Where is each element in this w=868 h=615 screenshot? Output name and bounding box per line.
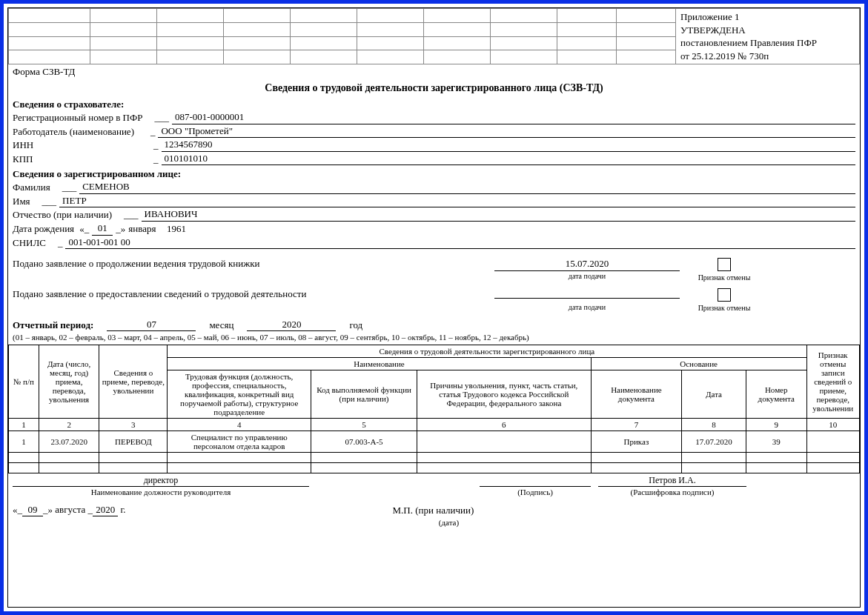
footer-date-mid: _» августа _	[43, 504, 93, 515]
statement-2-text: Подано заявление о предоставлении сведен…	[13, 288, 487, 301]
kpp-value: 010101010	[162, 152, 856, 166]
name-value: ПЕТР	[59, 194, 855, 208]
statement-1-cancel-caption: Признак отмены	[687, 273, 761, 282]
dob-month: января	[128, 222, 156, 236]
footer-date-suffix: г.	[118, 504, 125, 515]
colnum-1: 1	[9, 419, 39, 431]
statement-1-cancel-col: Признак отмены	[687, 258, 761, 282]
name-label: Имя	[13, 195, 30, 208]
surname-value: СЕМЕНОВ	[79, 180, 855, 194]
period-year: 2020	[247, 319, 336, 331]
patronymic-value: ИВАНОВИЧ	[142, 207, 855, 222]
snils-label: СНИЛС	[13, 236, 46, 250]
insurer-header: Сведения о страхователе:	[13, 99, 855, 110]
inn-value: 1234567890	[162, 138, 856, 152]
colnum-10: 10	[806, 419, 860, 431]
mp-label: М.П. (при наличии)	[393, 505, 474, 516]
appendix-line4: от 25.12.2019 № 730п	[680, 50, 769, 62]
col-header-naming: Наименование	[168, 358, 591, 370]
period-year-label: год	[349, 319, 362, 331]
statement-2-cancel-col: Признак отмены	[687, 288, 761, 313]
name-line: Имя ___ ПЕТР	[13, 194, 855, 208]
person-header: Сведения о зарегистрированном лице:	[13, 168, 855, 180]
kpp-prefix: _	[153, 153, 159, 166]
header-grid: Приложение 1 УТВЕРЖДЕНА постановлением П…	[8, 8, 860, 64]
row-docdate: 17.07.2020	[682, 431, 746, 453]
statement-1: Подано заявление о продолжении ведения т…	[8, 255, 860, 285]
appendix-line2: УТВЕРЖДЕНА	[680, 24, 746, 36]
statement-2: Подано заявление о предоставлении сведен…	[8, 285, 860, 316]
dob-day: 01	[92, 222, 113, 236]
col-header-cancel: Признак отмены записи сведений о приеме,…	[806, 345, 860, 419]
inn-prefix: _	[153, 139, 159, 152]
appendix-line3: постановлением Правления ПФР	[680, 37, 817, 48]
col-header-reason: Причины увольнения, пункт, часть статьи,…	[417, 370, 592, 419]
col-header-date: Дата (число, месяц, год) приема, перевод…	[39, 345, 99, 419]
col-header-info: Сведения о приеме, переводе, увольнении	[99, 345, 168, 419]
page-frame: Приложение 1 УТВЕРЖДЕНА постановлением П…	[0, 0, 868, 615]
surname-prefix: ___	[62, 181, 77, 194]
row-docnum: 39	[746, 431, 806, 453]
period-month: 07	[107, 319, 196, 331]
dob-label: Дата рождения	[13, 222, 74, 236]
snils-prefix: _	[58, 236, 63, 250]
reg-number-value: 087-001-0000001	[172, 110, 855, 124]
period-note: (01 – январь, 02 – февраль, 03 – март, 0…	[8, 333, 860, 345]
colnum-6: 6	[417, 419, 592, 431]
statement-1-date-col: 15.07.2020 дата подачи	[494, 258, 680, 281]
position-value: директор	[13, 475, 309, 487]
statement-2-date	[494, 288, 680, 299]
statement-2-date-col: дата подачи	[494, 288, 680, 312]
employer-prefix: _	[150, 125, 156, 139]
signer-name: Петров И.А.	[598, 475, 746, 487]
footer-date-day: 09	[22, 504, 43, 516]
employer-label: Работодатель (наименование)	[13, 125, 134, 139]
surname-line: Фамилия ___ СЕМЕНОВ	[13, 180, 855, 194]
footer-date-prefix: «_	[13, 504, 22, 515]
statement-2-cancel-caption: Признак отмены	[687, 303, 761, 313]
patronymic-label: Отчество (при наличии)	[13, 208, 112, 222]
colnum-2: 2	[39, 419, 99, 431]
row-cancel	[806, 431, 860, 453]
col-header-super: Сведения о трудовой деятельности зарегис…	[168, 345, 806, 358]
col-header-docname: Наименование документа	[591, 370, 681, 419]
snils-value: 001-001-001 00	[65, 236, 855, 250]
patronymic-prefix: ___	[124, 208, 139, 222]
form-code: Форма СЗВ-ТД	[8, 64, 860, 79]
col-header-code: Код выполняемой функции (при наличии)	[311, 370, 417, 419]
signature-caption: (Подпись)	[517, 488, 553, 496]
col-header-docnum: Номер документа	[746, 370, 806, 419]
reg-number-label: Регистрационный номер в ПФР	[13, 111, 143, 124]
statement-1-date-caption: дата подачи	[494, 271, 680, 281]
statement-1-text: Подано заявление о продолжении ведения т…	[13, 258, 487, 270]
statement-1-cancel-checkbox[interactable]	[718, 258, 731, 271]
row-date: 23.07.2020	[39, 431, 99, 453]
employer-line: Работодатель (наименование) _ ООО "Проме…	[13, 124, 855, 139]
footer-date-caption: (дата)	[8, 518, 860, 527]
appendix-line1: Приложение 1	[680, 11, 740, 22]
appendix-cell: Приложение 1 УТВЕРЖДЕНА постановлением П…	[676, 9, 860, 64]
colnum-3: 3	[99, 419, 168, 431]
footer-date-year: 2020	[93, 504, 118, 516]
page-inner: Приложение 1 УТВЕРЖДЕНА постановлением П…	[7, 7, 861, 608]
col-header-basis: Основание	[591, 358, 806, 370]
period-label: Отчетный период:	[13, 319, 93, 331]
statement-2-cancel-checkbox[interactable]	[718, 288, 731, 302]
reg-prefix: ___	[155, 111, 170, 124]
position-caption: Наименование должности руководителя	[91, 488, 231, 496]
row-docname: Приказ	[591, 431, 681, 453]
inn-line: ИНН _ 1234567890	[13, 138, 855, 152]
signature-row: директор Наименование должности руководи…	[8, 473, 860, 499]
row-func: Специалист по управлению персоналом отде…	[168, 431, 311, 453]
snils-line: СНИЛС _ 001-001-001 00	[13, 236, 855, 250]
dob-year: 1961	[167, 222, 186, 236]
colnum-5: 5	[311, 419, 417, 431]
statement-1-date: 15.07.2020	[494, 258, 680, 271]
colnum-9: 9	[746, 419, 806, 431]
statement-2-date-caption: дата подачи	[494, 302, 680, 312]
signer-name-caption: (Расшифровка подписи)	[631, 488, 715, 496]
colnum-8: 8	[682, 419, 746, 431]
surname-label: Фамилия	[13, 181, 50, 194]
dob-line: Дата рождения «_ 01 _» января 1961	[13, 222, 855, 236]
employer-value: ООО "Прометей"	[158, 124, 855, 139]
